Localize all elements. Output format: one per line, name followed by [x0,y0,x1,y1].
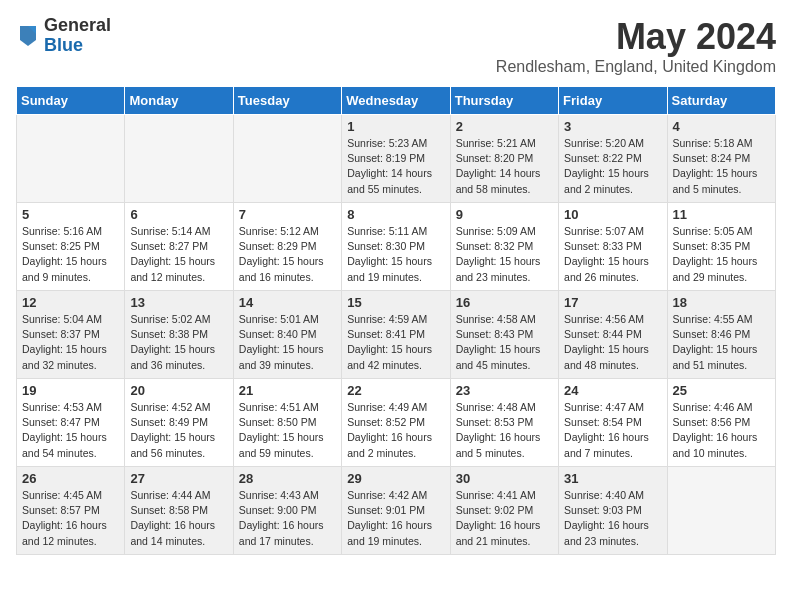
day-info: Sunrise: 4:53 AM Sunset: 8:47 PM Dayligh… [22,400,119,461]
day-info: Sunrise: 4:58 AM Sunset: 8:43 PM Dayligh… [456,312,553,373]
day-number: 21 [239,383,336,398]
page-header: General Blue May 2024 Rendlesham, Englan… [16,16,776,76]
calendar-cell: 24Sunrise: 4:47 AM Sunset: 8:54 PM Dayli… [559,379,667,467]
calendar-cell [125,115,233,203]
day-info: Sunrise: 4:55 AM Sunset: 8:46 PM Dayligh… [673,312,770,373]
calendar-week-row: 19Sunrise: 4:53 AM Sunset: 8:47 PM Dayli… [17,379,776,467]
logo-icon [16,22,40,50]
calendar-cell: 21Sunrise: 4:51 AM Sunset: 8:50 PM Dayli… [233,379,341,467]
day-info: Sunrise: 5:05 AM Sunset: 8:35 PM Dayligh… [673,224,770,285]
calendar-cell: 28Sunrise: 4:43 AM Sunset: 9:00 PM Dayli… [233,467,341,555]
logo-text: General Blue [44,16,111,56]
calendar-cell: 1Sunrise: 5:23 AM Sunset: 8:19 PM Daylig… [342,115,450,203]
calendar-cell: 12Sunrise: 5:04 AM Sunset: 8:37 PM Dayli… [17,291,125,379]
day-number: 20 [130,383,227,398]
calendar-week-row: 1Sunrise: 5:23 AM Sunset: 8:19 PM Daylig… [17,115,776,203]
calendar-cell: 16Sunrise: 4:58 AM Sunset: 8:43 PM Dayli… [450,291,558,379]
calendar-cell: 14Sunrise: 5:01 AM Sunset: 8:40 PM Dayli… [233,291,341,379]
day-info: Sunrise: 4:59 AM Sunset: 8:41 PM Dayligh… [347,312,444,373]
day-info: Sunrise: 5:16 AM Sunset: 8:25 PM Dayligh… [22,224,119,285]
location: Rendlesham, England, United Kingdom [496,58,776,76]
day-info: Sunrise: 5:21 AM Sunset: 8:20 PM Dayligh… [456,136,553,197]
day-info: Sunrise: 4:46 AM Sunset: 8:56 PM Dayligh… [673,400,770,461]
calendar-cell: 27Sunrise: 4:44 AM Sunset: 8:58 PM Dayli… [125,467,233,555]
day-number: 16 [456,295,553,310]
calendar-cell [17,115,125,203]
calendar-cell: 30Sunrise: 4:41 AM Sunset: 9:02 PM Dayli… [450,467,558,555]
weekday-header: Sunday [17,87,125,115]
title-section: May 2024 Rendlesham, England, United Kin… [496,16,776,76]
weekday-header: Wednesday [342,87,450,115]
day-number: 31 [564,471,661,486]
day-number: 27 [130,471,227,486]
calendar-cell: 15Sunrise: 4:59 AM Sunset: 8:41 PM Dayli… [342,291,450,379]
day-number: 23 [456,383,553,398]
day-info: Sunrise: 4:41 AM Sunset: 9:02 PM Dayligh… [456,488,553,549]
day-number: 22 [347,383,444,398]
logo-general-text: General [44,16,111,36]
day-number: 25 [673,383,770,398]
day-number: 7 [239,207,336,222]
calendar-cell: 29Sunrise: 4:42 AM Sunset: 9:01 PM Dayli… [342,467,450,555]
day-info: Sunrise: 4:44 AM Sunset: 8:58 PM Dayligh… [130,488,227,549]
day-number: 28 [239,471,336,486]
calendar-week-row: 26Sunrise: 4:45 AM Sunset: 8:57 PM Dayli… [17,467,776,555]
calendar-cell: 8Sunrise: 5:11 AM Sunset: 8:30 PM Daylig… [342,203,450,291]
calendar-cell: 6Sunrise: 5:14 AM Sunset: 8:27 PM Daylig… [125,203,233,291]
day-info: Sunrise: 4:51 AM Sunset: 8:50 PM Dayligh… [239,400,336,461]
day-info: Sunrise: 5:07 AM Sunset: 8:33 PM Dayligh… [564,224,661,285]
day-number: 10 [564,207,661,222]
day-number: 26 [22,471,119,486]
day-number: 8 [347,207,444,222]
calendar-cell: 5Sunrise: 5:16 AM Sunset: 8:25 PM Daylig… [17,203,125,291]
calendar-cell: 19Sunrise: 4:53 AM Sunset: 8:47 PM Dayli… [17,379,125,467]
day-number: 24 [564,383,661,398]
day-info: Sunrise: 5:20 AM Sunset: 8:22 PM Dayligh… [564,136,661,197]
day-info: Sunrise: 4:56 AM Sunset: 8:44 PM Dayligh… [564,312,661,373]
day-number: 18 [673,295,770,310]
day-number: 1 [347,119,444,134]
calendar-cell: 22Sunrise: 4:49 AM Sunset: 8:52 PM Dayli… [342,379,450,467]
day-number: 9 [456,207,553,222]
day-info: Sunrise: 4:49 AM Sunset: 8:52 PM Dayligh… [347,400,444,461]
day-info: Sunrise: 5:14 AM Sunset: 8:27 PM Dayligh… [130,224,227,285]
calendar-cell: 17Sunrise: 4:56 AM Sunset: 8:44 PM Dayli… [559,291,667,379]
calendar-cell: 31Sunrise: 4:40 AM Sunset: 9:03 PM Dayli… [559,467,667,555]
calendar-table: SundayMondayTuesdayWednesdayThursdayFrid… [16,86,776,555]
calendar-cell [667,467,775,555]
logo: General Blue [16,16,111,56]
day-number: 6 [130,207,227,222]
month-title: May 2024 [496,16,776,58]
calendar-cell: 23Sunrise: 4:48 AM Sunset: 8:53 PM Dayli… [450,379,558,467]
day-number: 30 [456,471,553,486]
day-info: Sunrise: 4:52 AM Sunset: 8:49 PM Dayligh… [130,400,227,461]
calendar-cell: 11Sunrise: 5:05 AM Sunset: 8:35 PM Dayli… [667,203,775,291]
calendar-cell: 20Sunrise: 4:52 AM Sunset: 8:49 PM Dayli… [125,379,233,467]
day-info: Sunrise: 5:11 AM Sunset: 8:30 PM Dayligh… [347,224,444,285]
calendar-cell: 9Sunrise: 5:09 AM Sunset: 8:32 PM Daylig… [450,203,558,291]
day-info: Sunrise: 4:47 AM Sunset: 8:54 PM Dayligh… [564,400,661,461]
day-number: 5 [22,207,119,222]
calendar-cell: 26Sunrise: 4:45 AM Sunset: 8:57 PM Dayli… [17,467,125,555]
calendar-week-row: 5Sunrise: 5:16 AM Sunset: 8:25 PM Daylig… [17,203,776,291]
day-info: Sunrise: 5:09 AM Sunset: 8:32 PM Dayligh… [456,224,553,285]
logo-blue-text: Blue [44,36,111,56]
day-info: Sunrise: 5:04 AM Sunset: 8:37 PM Dayligh… [22,312,119,373]
calendar-cell: 2Sunrise: 5:21 AM Sunset: 8:20 PM Daylig… [450,115,558,203]
calendar-cell: 3Sunrise: 5:20 AM Sunset: 8:22 PM Daylig… [559,115,667,203]
day-info: Sunrise: 5:23 AM Sunset: 8:19 PM Dayligh… [347,136,444,197]
weekday-header: Thursday [450,87,558,115]
calendar-week-row: 12Sunrise: 5:04 AM Sunset: 8:37 PM Dayli… [17,291,776,379]
day-info: Sunrise: 4:48 AM Sunset: 8:53 PM Dayligh… [456,400,553,461]
day-info: Sunrise: 5:01 AM Sunset: 8:40 PM Dayligh… [239,312,336,373]
calendar-cell: 25Sunrise: 4:46 AM Sunset: 8:56 PM Dayli… [667,379,775,467]
day-number: 15 [347,295,444,310]
weekday-header-row: SundayMondayTuesdayWednesdayThursdayFrid… [17,87,776,115]
day-number: 11 [673,207,770,222]
day-number: 19 [22,383,119,398]
weekday-header: Friday [559,87,667,115]
day-number: 14 [239,295,336,310]
day-number: 3 [564,119,661,134]
day-info: Sunrise: 5:02 AM Sunset: 8:38 PM Dayligh… [130,312,227,373]
calendar-cell: 4Sunrise: 5:18 AM Sunset: 8:24 PM Daylig… [667,115,775,203]
